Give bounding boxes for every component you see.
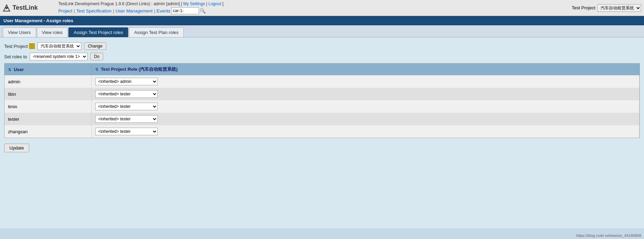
svg-point-1 bbox=[6, 7, 8, 9]
role-cell-tester: <inherited> admin <inherited> tester <in… bbox=[91, 113, 639, 125]
user-cell-tester: tester bbox=[5, 113, 91, 125]
section-header: User Management - Assign roles bbox=[0, 16, 644, 25]
header-bracket-end: ] bbox=[222, 1, 223, 6]
user-cell-admin: admin bbox=[5, 75, 91, 88]
set-roles-label: Set roles to bbox=[4, 54, 27, 59]
tab-assign-plan-label: Assign Test Plan roles bbox=[134, 30, 179, 35]
table-row: zhangsan <inherited> admin <inherited> t… bbox=[5, 125, 639, 138]
role-select-limin[interactable]: <inherited> admin <inherited> tester <in… bbox=[95, 103, 158, 110]
change-button[interactable]: Change bbox=[84, 42, 106, 50]
header-right: TestLink Development Prague 1.9.6 (Direc… bbox=[58, 1, 568, 14]
nav-project[interactable]: Project bbox=[58, 8, 72, 14]
project-icon bbox=[29, 43, 35, 49]
update-button[interactable]: Update bbox=[4, 144, 29, 152]
testlink-logo-icon bbox=[3, 4, 10, 12]
set-roles-row: Set roles to <reserved system role 1> <r… bbox=[4, 53, 640, 60]
tab-view-users[interactable]: View Users bbox=[3, 27, 36, 37]
do-button[interactable]: Do bbox=[90, 53, 103, 60]
nav-user-management[interactable]: User Management bbox=[115, 8, 152, 14]
user-roles-table-container: ⇅ User ⇅ Test Project Role (汽车自动租赁系统) ad… bbox=[4, 63, 640, 138]
test-project-row: Test Project 汽车自动租赁系统 Change bbox=[4, 42, 640, 50]
test-project-area: Test Project 汽车自动租赁系统 bbox=[572, 4, 641, 12]
nav-test-specification[interactable]: Test Specification bbox=[76, 8, 112, 14]
test-project-form-select[interactable]: 汽车自动租赁系统 bbox=[38, 42, 81, 50]
role-cell-zhangsan: <inherited> admin <inherited> tester <in… bbox=[91, 125, 639, 138]
footer-url: https://blog.csdn.net/weixin_44160808 bbox=[576, 233, 641, 238]
role-cell-admin: <inherited> admin <inherited> tester <in… bbox=[91, 75, 639, 88]
col-role-label: Test Project Role (汽车自动租赁系统) bbox=[101, 67, 178, 72]
tab-assign-test-project-roles[interactable]: Assign Test Project roles bbox=[68, 27, 128, 37]
logout-link[interactable]: Logout bbox=[208, 1, 221, 6]
user-roles-table: ⇅ User ⇅ Test Project Role (汽车自动租赁系统) ad… bbox=[5, 63, 639, 138]
tabs-bar: View Users View roles Assign Test Projec… bbox=[0, 25, 644, 37]
tab-assign-test-plan-roles[interactable]: Assign Test Plan roles bbox=[129, 27, 184, 37]
table-row: limin <inherited> admin <inherited> test… bbox=[5, 100, 639, 113]
logo-text: TestLink bbox=[13, 4, 38, 11]
col-role[interactable]: ⇅ Test Project Role (汽车自动租赁系统) bbox=[91, 63, 639, 75]
tab-view-users-label: View Users bbox=[8, 30, 31, 35]
user-cell-libin: libin bbox=[5, 88, 91, 100]
table-header: ⇅ User ⇅ Test Project Role (汽车自动租赁系统) bbox=[5, 63, 639, 75]
table-header-row: ⇅ User ⇅ Test Project Role (汽车自动租赁系统) bbox=[5, 63, 639, 75]
logo-area: TestLink bbox=[3, 4, 55, 12]
test-project-label-text: Test Project bbox=[4, 44, 28, 49]
tab-view-roles-label: View roles bbox=[42, 30, 63, 35]
role-cell-libin: <inherited> admin <inherited> tester <in… bbox=[91, 88, 639, 100]
tab-view-roles[interactable]: View roles bbox=[37, 27, 68, 37]
role-select-admin[interactable]: <inherited> admin <inherited> tester <in… bbox=[95, 78, 158, 85]
role-select-zhangsan[interactable]: <inherited> admin <inherited> tester <in… bbox=[95, 128, 158, 135]
search-input[interactable] bbox=[171, 7, 199, 14]
user-cell-zhangsan: zhangsan bbox=[5, 125, 91, 138]
table-body: admin <inherited> admin <inherited> test… bbox=[5, 75, 639, 138]
header-nav: Project | Test Specification | User Mana… bbox=[58, 7, 568, 14]
user-cell-limin: limin bbox=[5, 100, 91, 113]
role-select-libin[interactable]: <inherited> admin <inherited> tester <in… bbox=[95, 90, 158, 98]
set-roles-select[interactable]: <reserved system role 1> <reserved syste… bbox=[30, 53, 88, 60]
test-project-header-label: Test Project bbox=[572, 5, 595, 10]
test-project-header-select[interactable]: 汽车自动租赁系统 bbox=[597, 4, 641, 12]
role-sort-icon: ⇅ bbox=[95, 67, 98, 71]
my-settings-link[interactable]: My Settings bbox=[183, 1, 205, 6]
header-title-text: TestLink Development Prague 1.9.6 (Direc… bbox=[58, 1, 182, 6]
table-row: libin <inherited> admin <inherited> test… bbox=[5, 88, 639, 100]
main-content: Test Project 汽车自动租赁系统 Change Set roles t… bbox=[0, 37, 644, 228]
col-user[interactable]: ⇅ User bbox=[5, 63, 91, 75]
section-header-text: User Management - Assign roles bbox=[3, 18, 73, 23]
header: TestLink TestLink Development Prague 1.9… bbox=[0, 0, 644, 16]
role-cell-limin: <inherited> admin <inherited> tester <in… bbox=[91, 100, 639, 113]
test-project-form-label: Test Project bbox=[4, 43, 35, 49]
user-sort-icon: ⇅ bbox=[8, 68, 11, 72]
role-select-tester[interactable]: <inherited> admin <inherited> tester <in… bbox=[95, 115, 158, 123]
tab-assign-project-label: Assign Test Project roles bbox=[74, 30, 123, 35]
col-user-label: User bbox=[14, 67, 24, 72]
table-row: tester <inherited> admin <inherited> tes… bbox=[5, 113, 639, 125]
search-button[interactable]: 🔍 bbox=[200, 8, 206, 14]
table-row: admin <inherited> admin <inherited> test… bbox=[5, 75, 639, 88]
header-title-bar: TestLink Development Prague 1.9.6 (Direc… bbox=[58, 1, 568, 6]
nav-events[interactable]: Events bbox=[157, 8, 171, 14]
